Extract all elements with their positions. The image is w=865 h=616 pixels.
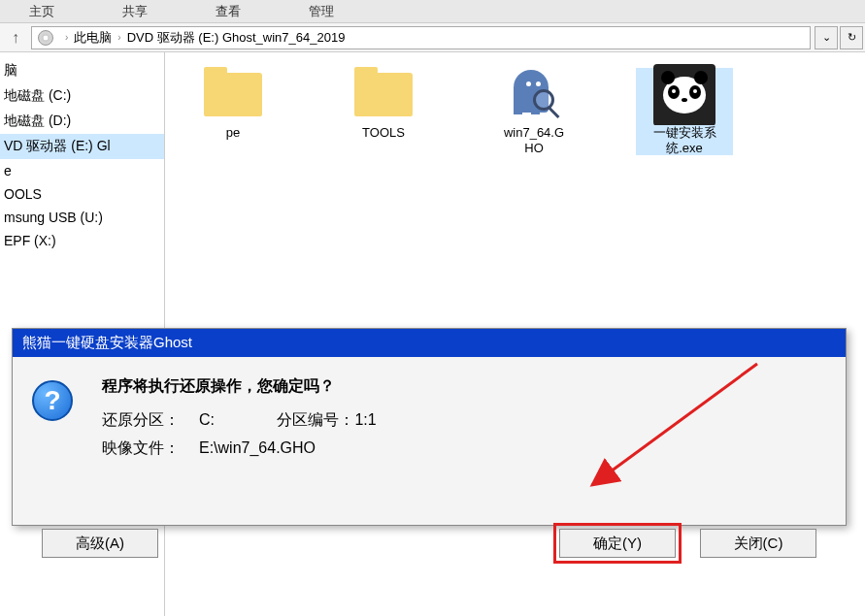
sidebar-item[interactable]: EPF (X:) — [0, 229, 164, 252]
sidebar-item-selected[interactable]: VD 驱动器 (E:) Gl — [0, 134, 164, 159]
sidebar-item[interactable]: e — [0, 159, 164, 182]
breadcrumb-bar: ↑ › 此电脑 › DVD 驱动器 (E:) Ghost_win7_64_201… — [0, 23, 865, 52]
refresh-button[interactable]: ↻ — [840, 26, 863, 49]
chevron-right-icon: › — [59, 32, 74, 43]
confirm-dialog: 熊猫一键硬盘安装器Ghost ? 程序将执行还原操作，您确定吗？ 还原分区：C:… — [12, 328, 847, 526]
tab-view[interactable]: 查看 — [206, 1, 250, 22]
sidebar-item[interactable]: 地磁盘 (C:) — [0, 83, 164, 109]
image-label: 映像文件： — [102, 438, 199, 459]
folder-tools[interactable]: TOOLS — [335, 68, 432, 155]
dialog-message: 程序将执行还原操作，您确定吗？ — [102, 376, 377, 397]
up-button[interactable]: ↑ — [0, 29, 31, 47]
ok-button[interactable]: 确定(Y) — [559, 529, 676, 558]
address-dropdown-button[interactable]: ⌄ — [815, 26, 838, 49]
sidebar-item[interactable]: 脑 — [0, 58, 164, 83]
panda-icon — [650, 68, 718, 121]
partnum-label: 分区编号： — [277, 410, 354, 431]
file-label: pe — [226, 125, 240, 141]
advanced-button[interactable]: 高级(A) — [42, 529, 158, 558]
folder-icon — [349, 68, 417, 121]
ghost-icon — [500, 68, 568, 121]
disc-icon — [32, 30, 59, 46]
file-label: 一键安装系 统.exe — [653, 125, 716, 155]
partnum-value: 1:1 — [354, 411, 376, 429]
sidebar-item[interactable]: msung USB (U:) — [0, 206, 164, 229]
crumb-this-pc[interactable]: 此电脑 — [74, 29, 112, 47]
folder-pe[interactable]: pe — [184, 68, 282, 155]
file-label: TOOLS — [362, 125, 405, 141]
chevron-right-icon: › — [112, 32, 126, 43]
file-installer-exe-selected[interactable]: 一键安装系 统.exe — [636, 68, 733, 155]
crumb-drive[interactable]: DVD 驱动器 (E:) Ghost_win7_64_2019 — [127, 29, 346, 47]
partition-value: C: — [199, 411, 215, 429]
question-icon: ? — [32, 380, 73, 421]
close-button[interactable]: 关闭(C) — [700, 529, 816, 558]
file-gho[interactable]: win7_64.G HO — [485, 68, 582, 155]
image-value: E:\win7_64.GHO — [199, 439, 316, 457]
sidebar-item[interactable]: OOLS — [0, 182, 164, 206]
partition-label: 还原分区： — [102, 410, 199, 431]
address-box[interactable]: › 此电脑 › DVD 驱动器 (E:) Ghost_win7_64_2019 — [31, 26, 811, 49]
folder-icon — [199, 68, 267, 121]
dialog-title: 熊猫一键硬盘安装器Ghost — [13, 329, 846, 357]
sidebar-item[interactable]: 地磁盘 (D:) — [0, 109, 164, 134]
dialog-text: 程序将执行还原操作，您确定吗？ 还原分区：C: 分区编号：1:1 映像文件：E:… — [102, 376, 377, 467]
ribbon-tabs: 主页 共享 查看 管理 — [0, 0, 865, 23]
tab-manage[interactable]: 管理 — [299, 1, 344, 22]
tab-share[interactable]: 共享 — [113, 1, 157, 22]
tab-home[interactable]: 主页 — [19, 1, 64, 22]
file-label: win7_64.G HO — [504, 125, 564, 155]
